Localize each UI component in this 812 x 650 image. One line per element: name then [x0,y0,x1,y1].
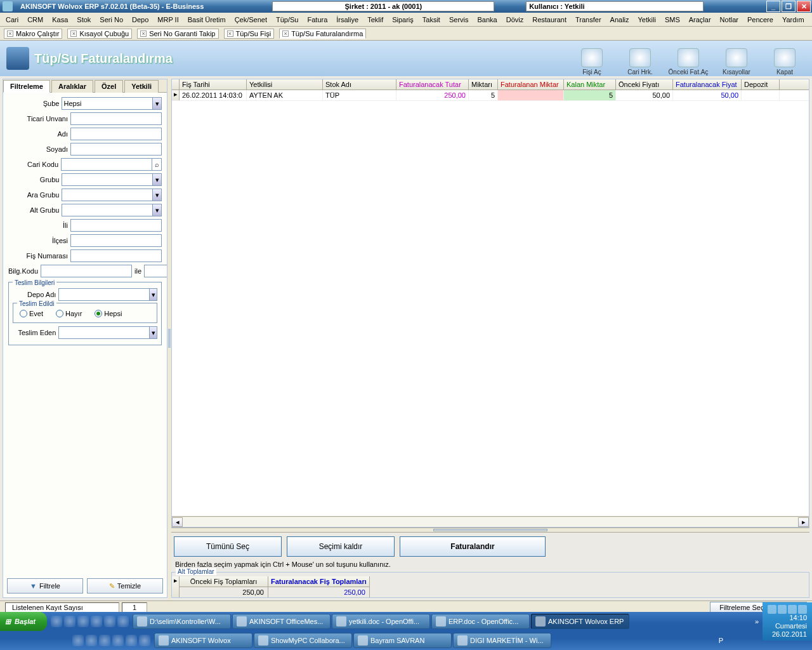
menu-servis[interactable]: Servis [445,15,473,25]
scroll-right-icon[interactable]: ▸ [798,517,809,527]
scroll-track[interactable] [183,517,798,527]
taskbar-app-button[interactable]: D:\selim\Kontroller\W... [133,614,231,629]
doc-tab[interactable]: ×Tüp/Su Fişi [224,29,275,39]
menu-depo[interactable]: Depo [128,15,153,25]
filter-tab-aralıklar[interactable]: Aralıklar [51,80,93,93]
app-icon[interactable] [86,635,97,646]
maximize-button[interactable]: ❐ [782,1,796,12]
filter-tab-yetkili[interactable]: Yetkili [124,80,159,93]
taskbar-app-button[interactable]: AKINSOFT Wolvox [154,633,252,648]
depo-adi-select[interactable] [58,288,150,301]
doc-tab[interactable]: ×Seri No Garanti Takip [137,29,218,39]
taskbar-app-button[interactable]: DIGI MARKETİM - Wi... [453,633,551,648]
menu-yardm[interactable]: Yardım [778,15,809,25]
tab-close-icon[interactable]: × [7,30,13,37]
menu-cari[interactable]: Cari [1,15,23,25]
ilcesi-input[interactable] [70,234,162,247]
app-icon[interactable] [104,616,115,627]
app-icon[interactable] [72,635,84,646]
grid-body[interactable]: ▸26.02.2011 14:03:0AYTEN AKTÜP250,005550… [172,90,809,516]
ticari-unvani-input[interactable] [70,112,162,125]
col-faturalanan-miktar[interactable]: Faturalanan Miktar [498,79,564,90]
fis-numarasi-input[interactable] [70,249,162,262]
toolbar-fiia-button[interactable]: Fişi Aç [571,41,613,76]
tray-icon[interactable] [798,605,807,614]
taskbar-app-button[interactable]: AKINSOFT Wolvox ERP [531,614,629,629]
temizle-button[interactable]: ✎Temizle [87,578,163,594]
teslim-eden-dd-icon[interactable]: ▾ [150,326,157,339]
taskbar-app-button[interactable]: Bayram SAVRAN [353,633,452,648]
menu-pencere[interactable]: Pencere [743,15,778,25]
horizontal-splitter[interactable] [171,527,809,533]
menu-analiz[interactable]: Analiz [606,15,634,25]
app-icon[interactable] [117,616,129,627]
taskbar-app-button[interactable]: ShowMyPC Collabora... [254,633,352,648]
company-selector[interactable]: Şirket : 2011 - ak (0001) [272,1,494,11]
desktop-icon[interactable] [64,616,75,627]
doc-tab[interactable]: ×Makro Çalıştır [4,29,62,39]
menu-basitretim[interactable]: Basit Üretim [183,15,230,25]
toolbar-ksayollar-button[interactable]: Kısayollar [716,41,757,76]
col-kalan-miktar[interactable]: Kalan Miktar [564,79,616,90]
menu-mrpii[interactable]: MRP II [153,15,183,25]
grubu-select[interactable] [62,173,153,186]
menu-stok[interactable]: Stok [72,15,95,25]
firefox-icon[interactable] [77,616,89,627]
bilg-kodu-to[interactable] [144,265,167,277]
menu-kasa[interactable]: Kasa [48,15,72,25]
tab-close-icon[interactable]: × [70,30,77,37]
ili-input[interactable] [70,219,162,232]
col-miktari[interactable]: Miktarı [469,79,498,90]
taskbar-app-button[interactable]: AKINSOFT OfficeMes... [232,614,331,629]
tab-close-icon[interactable]: × [140,30,147,37]
teslim-eden-select[interactable] [58,326,150,339]
col-faturalanacak-tutar[interactable]: Faturalanacak Tutar [396,79,469,90]
language-indicator[interactable]: P [719,637,723,644]
toolbar-ncekifata-button[interactable]: Önceki Fat.Aç [667,41,709,76]
col-depozit[interactable]: Depozit [742,79,780,90]
menu-crm[interactable]: CRM [23,15,48,25]
filtrele-button[interactable]: ▼Filtrele [7,578,83,594]
tumunu-sec-button[interactable]: Tümünü Seç [174,536,282,557]
radio-evet[interactable]: Evet [20,310,43,317]
alt-grubu-select[interactable] [62,204,153,216]
secimi-kaldir-button[interactable]: Seçimi kaldır [287,536,395,557]
menu-transfer[interactable]: Transfer [571,15,606,25]
menu-irsaliye[interactable]: İrsaliye [332,15,363,25]
col-yetkilisi[interactable]: Yetkilisi [247,79,323,90]
faturalandir-button[interactable]: Faturalandır [400,536,546,557]
menu-dviz[interactable]: Döviz [502,15,528,25]
minimize-button[interactable]: _ [766,1,780,12]
menu-eksenet[interactable]: Çek/Senet [230,15,272,25]
close-button[interactable]: ✕ [797,1,811,12]
cari-kodu-lookup-icon[interactable]: ⌕ [152,158,162,171]
tray-icon[interactable] [788,605,797,614]
menu-taksit[interactable]: Taksit [418,15,445,25]
app-icon[interactable] [112,635,124,646]
ara-grubu-select[interactable] [62,189,153,201]
alt-grubu-dd-icon[interactable]: ▾ [153,204,162,216]
soyadi-input[interactable] [70,143,162,156]
tray-icon[interactable] [768,605,776,614]
menu-tpsu[interactable]: Tüp/Su [272,15,303,25]
menu-banka[interactable]: Banka [473,15,502,25]
depo-adi-dd-icon[interactable]: ▾ [150,288,157,301]
tab-close-icon[interactable]: × [282,30,289,37]
tab-close-icon[interactable]: × [227,30,233,37]
menu-sipari[interactable]: Sipariş [388,15,418,25]
doc-tab[interactable]: ×Kısayol Çubuğu [67,29,132,39]
sube-dropdown-icon[interactable]: ▾ [153,97,162,110]
app-icon[interactable] [91,616,102,627]
menu-sms[interactable]: SMS [660,15,684,25]
menu-fatura[interactable]: Fatura [303,15,332,25]
toolbar-carihrk-button[interactable]: Cari Hrk. [619,41,661,76]
menu-yetkili[interactable]: Yetkili [634,15,660,25]
app-icon[interactable] [139,635,150,646]
app-icon[interactable] [99,635,110,646]
sube-select[interactable] [62,97,153,110]
doc-tab[interactable]: ×Tüp/Su Faturalandırma [279,29,366,39]
radio-hayir[interactable]: Hayır [56,310,82,317]
table-row[interactable]: ▸26.02.2011 14:03:0AYTEN AKTÜP250,005550… [172,90,809,101]
radio-hepsi[interactable]: Hepsi [95,310,122,317]
col-faturalanacak-fiyat[interactable]: Faturalanacak Fiyat [673,79,742,90]
